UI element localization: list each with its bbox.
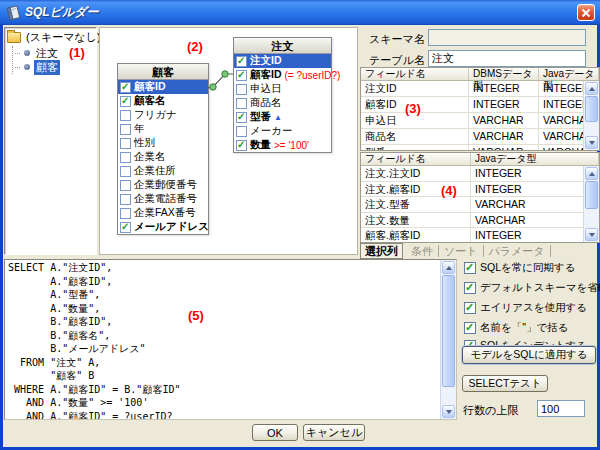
scroll-thumb[interactable] [585, 96, 598, 122]
checkbox[interactable]: ✓ [464, 302, 476, 314]
scroll-thumb[interactable] [585, 181, 598, 209]
field-checkbox[interactable] [120, 180, 131, 191]
field-row[interactable]: 企業郵便番号 [118, 178, 208, 192]
table-row[interactable]: 顧客.顧客IDINTEGER [361, 228, 599, 243]
scroll-down-button[interactable] [585, 136, 598, 149]
column-header[interactable]: フィールド名 [361, 153, 471, 165]
scroll-down-button[interactable] [442, 405, 455, 418]
option-quote-names[interactable]: ✓名前を「"」で括る [464, 321, 568, 335]
schema-name-input[interactable] [428, 29, 586, 46]
field-row[interactable]: ✓顧客名 [118, 94, 208, 108]
sort-ascending-icon: ▲ [274, 113, 282, 122]
field-checkbox[interactable] [236, 126, 247, 137]
table-row[interactable]: 申込日VARCHARVARCHAR [361, 113, 599, 129]
checkbox[interactable]: ✓ [464, 322, 476, 334]
field-checkbox[interactable] [120, 208, 131, 219]
field-type-table[interactable]: フィールド名 DBMSデータ型 Javaデータ型 注文IDINTEGERINTE… [360, 67, 600, 151]
selected-columns-table[interactable]: フィールド名 Javaデータ型 注文.注文IDINTEGER 注文.顧客IDIN… [360, 152, 600, 243]
field-checkbox[interactable] [120, 166, 131, 177]
tree-root-node[interactable]: (スキーマなし) [5, 28, 96, 46]
table-title[interactable]: 顧客 [118, 64, 208, 80]
tab-sort[interactable]: ソート [439, 245, 484, 257]
vertical-scrollbar[interactable] [440, 260, 456, 419]
tab-parameters[interactable]: パラメータ [484, 245, 551, 257]
checkbox[interactable]: ✓ [464, 282, 476, 294]
table-row[interactable]: 注文.顧客IDINTEGER [361, 182, 599, 198]
field-checkbox[interactable] [120, 110, 131, 121]
table-row[interactable]: 注文.数量VARCHAR [361, 213, 599, 229]
table-row[interactable]: 注文IDINTEGERINTEGER [361, 81, 599, 97]
field-checkbox[interactable] [120, 152, 131, 163]
sql-text[interactable]: SELECT A."注文ID", A."顧客ID", A."型番", A."数量… [8, 261, 439, 419]
schema-tree-panel[interactable]: (スキーマなし) 注文 顧客 [4, 27, 97, 255]
apply-model-to-sql-button[interactable]: モデルをSQLに適用する [462, 346, 596, 364]
select-test-button[interactable]: SELECTテスト [462, 375, 548, 392]
table-row[interactable]: 注文.注文IDINTEGER [361, 166, 599, 182]
tree-item-label-selected: 顧客 [34, 60, 60, 75]
scroll-up-button[interactable] [442, 261, 455, 274]
field-checkbox[interactable]: ✓ [120, 82, 131, 93]
column-header[interactable]: フィールド名 [361, 68, 469, 80]
table-header-row[interactable]: フィールド名 DBMSデータ型 Javaデータ型 [361, 68, 599, 81]
field-row[interactable]: 商品名 [234, 96, 331, 110]
field-row[interactable]: フリガナ [118, 108, 208, 122]
field-row[interactable]: ✓注文ID [234, 54, 331, 68]
table-name-label: テーブル名 [369, 53, 425, 68]
field-row[interactable]: ✓型番▲ [234, 110, 331, 124]
field-checkbox[interactable] [236, 98, 247, 109]
check-icon: ✓ [121, 95, 129, 106]
table-row[interactable]: 型番VARCHARVARCHAR [361, 145, 599, 151]
column-header[interactable]: DBMSデータ型 [469, 68, 539, 80]
option-omit-default-schema[interactable]: ✓デフォルトスキーマを省略する [464, 281, 600, 295]
tab-selected-columns[interactable]: 選択列 [360, 243, 403, 259]
filter-condition-annotation: >= '100' [274, 140, 309, 151]
column-header[interactable]: Javaデータ型 [471, 153, 599, 165]
field-row[interactable]: 企業住所 [118, 164, 208, 178]
sql-preview-area[interactable]: SELECT A."注文ID", A."顧客ID", A."型番", A."数量… [4, 259, 457, 420]
vertical-scrollbar[interactable] [583, 81, 599, 150]
ok-button[interactable]: OK [252, 424, 298, 441]
scroll-thumb[interactable] [442, 275, 455, 387]
checkbox[interactable]: ✓ [464, 262, 476, 274]
table-row[interactable]: 商品名VARCHARVARCHAR [361, 129, 599, 145]
field-row[interactable]: 企業名 [118, 150, 208, 164]
field-checkbox[interactable]: ✓ [120, 222, 131, 233]
option-sync-sql[interactable]: ✓SQLを常に同期する [464, 261, 576, 275]
title-bar[interactable]: SQLビルダー [0, 0, 600, 25]
scroll-up-button[interactable] [585, 82, 598, 95]
diagram-table-customer[interactable]: 顧客 ✓顧客ID ✓顧客名 フリガナ 年 性別 企業名 企業住所 企業郵便番号 … [117, 63, 209, 235]
field-row[interactable]: 年 [118, 122, 208, 136]
close-button[interactable] [577, 4, 595, 21]
field-row[interactable]: ✓数量>= '100' [234, 138, 331, 152]
field-checkbox[interactable]: ✓ [236, 140, 247, 151]
field-row[interactable]: ✓メールアドレス [118, 220, 208, 234]
field-checkbox[interactable] [120, 194, 131, 205]
field-row[interactable]: 企業FAX番号 [118, 206, 208, 220]
field-checkbox[interactable]: ✓ [236, 112, 247, 123]
field-checkbox[interactable]: ✓ [120, 96, 131, 107]
field-checkbox[interactable] [120, 138, 131, 149]
scroll-down-button[interactable] [585, 228, 598, 241]
field-row[interactable]: ✓顧客ID [118, 80, 208, 94]
scroll-up-button[interactable] [585, 167, 598, 180]
field-row[interactable]: 申込日 [234, 82, 331, 96]
row-limit-input[interactable] [537, 400, 585, 417]
field-row[interactable]: ✓顧客ID(= ?userID?) [234, 68, 331, 82]
table-name-input[interactable] [428, 50, 586, 67]
tree-item-customer[interactable]: 顧客 [13, 60, 96, 74]
callout-3: (3) [405, 101, 421, 116]
table-title[interactable]: 注文 [234, 38, 331, 54]
cancel-button[interactable]: キャンセル [303, 424, 365, 441]
vertical-scrollbar[interactable] [583, 166, 599, 242]
table-row[interactable]: 顧客IDINTEGERINTEGER [361, 97, 599, 113]
table-row[interactable]: 注文.型番VARCHAR [361, 197, 599, 213]
field-row[interactable]: メーカー [234, 124, 331, 138]
field-checkbox[interactable] [120, 124, 131, 135]
field-row[interactable]: 性別 [118, 136, 208, 150]
tab-conditions[interactable]: 条件 [406, 245, 439, 257]
column-header[interactable]: Javaデータ型 [539, 68, 599, 80]
table-header-row[interactable]: フィールド名 Javaデータ型 [361, 153, 599, 166]
diagram-table-order[interactable]: 注文 ✓注文ID ✓顧客ID(= ?userID?) 申込日 商品名 ✓型番▲ … [233, 37, 332, 153]
option-use-alias[interactable]: ✓エイリアスを使用する [464, 301, 587, 315]
field-row[interactable]: 企業電話番号 [118, 192, 208, 206]
